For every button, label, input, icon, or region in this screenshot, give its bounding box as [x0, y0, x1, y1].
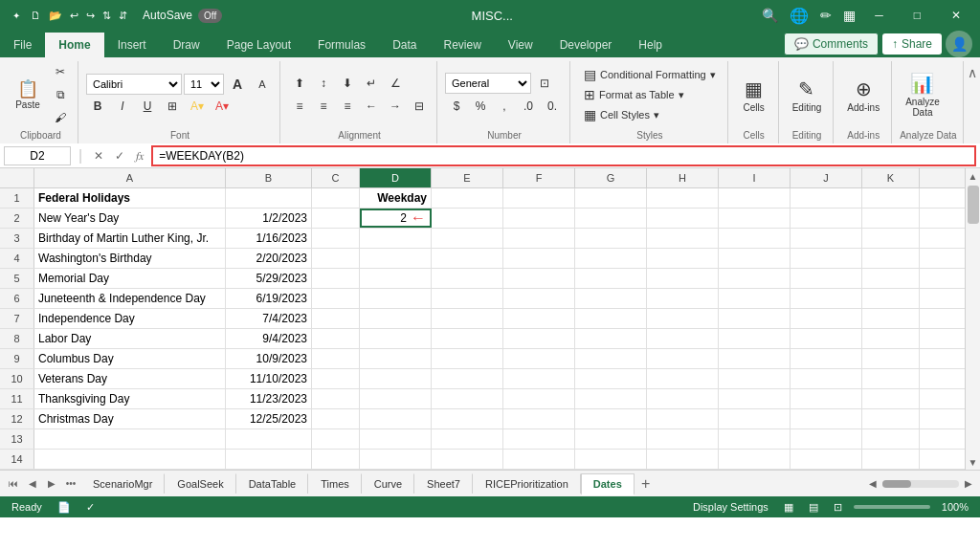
cell-J3[interactable] [791, 229, 862, 248]
cell-B7[interactable]: 7/4/2023 [226, 309, 312, 328]
cell-E10[interactable] [432, 369, 503, 388]
col-header-E[interactable]: E [432, 168, 503, 187]
cell-F7[interactable] [503, 309, 575, 328]
cell-J12[interactable] [791, 409, 862, 428]
cell-G5[interactable] [575, 269, 647, 288]
insert-function-btn[interactable]: 𝑓𝑥 [132, 147, 147, 165]
cell-G9[interactable] [575, 349, 647, 368]
page-layout-btn[interactable]: ▤ [805, 501, 822, 514]
format-painter-btn[interactable]: 🖌 [49, 107, 72, 128]
cell-C2[interactable] [312, 209, 360, 228]
open-btn[interactable]: 📂 [47, 8, 64, 24]
cell-E4[interactable] [432, 249, 503, 268]
sheet-tab-scenariomgr[interactable]: ScenarioMgr [80, 473, 165, 494]
col-header-K[interactable]: K [862, 168, 920, 187]
cell-C3[interactable] [312, 229, 360, 248]
col-header-B[interactable]: B [226, 168, 312, 187]
row-header-10[interactable]: 10 [0, 369, 34, 388]
cell-E8[interactable] [432, 329, 503, 348]
align-center-btn[interactable]: ≡ [312, 96, 335, 117]
tab-view[interactable]: View [495, 31, 546, 57]
close-btn[interactable]: ✕ [940, 0, 972, 31]
tab-insert[interactable]: Insert [104, 31, 160, 57]
merge-btn[interactable]: ⊟ [408, 96, 431, 117]
increase-decimal-btn[interactable]: .0 [517, 96, 540, 117]
scroll-left-btn[interactable]: ◀ [865, 476, 880, 492]
cell-H1[interactable] [647, 188, 719, 208]
cell-A13[interactable] [34, 429, 226, 449]
cell-D2[interactable]: 2 ← [360, 209, 432, 228]
cell-D10[interactable] [360, 369, 432, 388]
scroll-up-btn[interactable]: ▲ [966, 168, 981, 184]
cells-btn[interactable]: ▦ Cells [736, 75, 772, 116]
font-size-select[interactable]: 11 [184, 74, 224, 95]
cell-B3[interactable]: 1/16/2023 [226, 229, 312, 248]
cell-D4[interactable] [360, 249, 432, 268]
zoom-level[interactable]: 100% [938, 501, 972, 513]
cell-C6[interactable] [312, 289, 360, 308]
cell-A4[interactable]: Washington's Birthday [34, 249, 226, 268]
row-header-5[interactable]: 5 [0, 269, 34, 288]
ribbon-btn[interactable]: 🌐 [790, 7, 809, 25]
cell-J8[interactable] [791, 329, 862, 348]
row-header-1[interactable]: 1 [0, 188, 34, 208]
font-name-select[interactable]: Calibri [86, 74, 182, 95]
cell-F8[interactable] [503, 329, 575, 348]
undo-btn[interactable]: ↩ [68, 8, 80, 24]
row-header-4[interactable]: 4 [0, 249, 34, 268]
cell-I1[interactable] [719, 188, 791, 208]
cell-H9[interactable] [647, 349, 719, 368]
editing-btn[interactable]: ✎ Editing [787, 75, 828, 116]
cell-E12[interactable] [432, 409, 503, 428]
cell-A9[interactable]: Columbus Day [34, 349, 226, 368]
cell-B2[interactable]: 1/2/2023 [226, 209, 312, 228]
cell-D11[interactable] [360, 389, 432, 408]
cell-C4[interactable] [312, 249, 360, 268]
sheets-scroll-prev-btn[interactable]: ◀ [23, 474, 42, 494]
col-header-D[interactable]: D [360, 168, 432, 187]
cell-E3[interactable] [432, 229, 503, 248]
confirm-formula-btn[interactable]: ✓ [111, 147, 128, 165]
cut-btn[interactable]: ✂ [49, 61, 72, 82]
row-header-13[interactable]: 13 [0, 429, 34, 449]
cell-C7[interactable] [312, 309, 360, 328]
bold-btn[interactable]: B [86, 96, 109, 117]
cell-E14[interactable] [432, 450, 503, 469]
cell-F2[interactable] [503, 209, 575, 228]
cell-I14[interactable] [719, 450, 791, 469]
cell-F6[interactable] [503, 289, 575, 308]
cell-J13[interactable] [791, 429, 862, 449]
cell-K9[interactable] [862, 349, 920, 368]
cell-K2[interactable] [862, 209, 920, 228]
cell-D8[interactable] [360, 329, 432, 348]
cell-G10[interactable] [575, 369, 647, 388]
cell-C10[interactable] [312, 369, 360, 388]
align-middle-btn[interactable]: ↕ [312, 73, 335, 94]
cell-H11[interactable] [647, 389, 719, 408]
cell-D12[interactable] [360, 409, 432, 428]
cell-K12[interactable] [862, 409, 920, 428]
cell-D3[interactable] [360, 229, 432, 248]
cell-G14[interactable] [575, 450, 647, 469]
cell-J6[interactable] [791, 289, 862, 308]
cell-B6[interactable]: 6/19/2023 [226, 289, 312, 308]
row-header-12[interactable]: 12 [0, 409, 34, 428]
cell-K3[interactable] [862, 229, 920, 248]
sheets-scroll-next-btn[interactable]: ▶ [42, 474, 61, 494]
col-header-J[interactable]: J [791, 168, 862, 187]
cell-A1[interactable]: Federal Holidays [34, 188, 226, 208]
cell-H5[interactable] [647, 269, 719, 288]
cell-D7[interactable] [360, 309, 432, 328]
tab-review[interactable]: Review [430, 31, 494, 57]
cell-reference-box[interactable]: D2 [4, 146, 71, 165]
row-header-6[interactable]: 6 [0, 289, 34, 308]
cell-C1[interactable] [312, 188, 360, 208]
sheet-tab-riceprioritization[interactable]: RICEPrioritization [473, 473, 581, 494]
cell-styles-btn[interactable]: ▦ Cell Styles ▾ [578, 105, 722, 124]
h-scroll-track[interactable] [882, 480, 959, 488]
display-settings-btn[interactable]: Display Settings [689, 501, 772, 513]
scroll-thumb[interactable] [968, 186, 979, 224]
cell-K5[interactable] [862, 269, 920, 288]
cell-H7[interactable] [647, 309, 719, 328]
sort-asc-btn[interactable]: ⇅ [100, 8, 113, 24]
